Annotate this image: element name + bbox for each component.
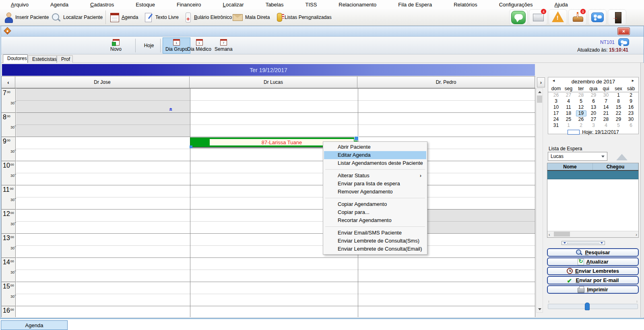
- menu-item-fila-de-espera[interactable]: Fila de Espera: [387, 1, 443, 8]
- context-menu-item-enviar-lista-espera[interactable]: Enviar para lista de espera: [324, 180, 426, 188]
- grid-vertical-scrollbar[interactable]: [536, 88, 543, 313]
- calendar-day-21[interactable]: 21: [601, 110, 611, 116]
- exit-button[interactable]: [608, 9, 626, 25]
- calendar-day-2[interactable]: 2: [626, 92, 636, 98]
- slider-thumb[interactable]: [585, 303, 590, 310]
- double-chevron-up-icon[interactable]: »: [166, 108, 173, 111]
- waitlist-column-nome[interactable]: Nome: [547, 163, 593, 170]
- calendar-day-1[interactable]: 1: [613, 92, 624, 98]
- scrollbar-thumb[interactable]: [554, 232, 570, 237]
- context-menu-item-copiar-agendamento[interactable]: Copiar Agendamento: [324, 200, 426, 208]
- menu-item-tabelas[interactable]: Tabelas: [255, 1, 295, 8]
- menu-item-cadastros[interactable]: Cadastros: [79, 1, 125, 8]
- calendar-next-button[interactable]: ►: [631, 79, 635, 83]
- calendar-day-10[interactable]: 10: [551, 104, 561, 110]
- menu-item-configura-es[interactable]: Configurações: [488, 1, 544, 8]
- calendar-day-3[interactable]: 3: [588, 122, 599, 129]
- menu-item-estoque[interactable]: Estoque: [125, 1, 166, 8]
- agenda-button[interactable]: Agenda: [110, 9, 138, 26]
- calendar-day-11[interactable]: 11: [564, 104, 574, 110]
- contacts-button[interactable]: [588, 9, 607, 25]
- column-header-dr-lucas[interactable]: Dr Lucas: [190, 77, 357, 88]
- menu-item-tiss[interactable]: TISS: [294, 1, 328, 8]
- atualizar-button[interactable]: Atualizar: [547, 257, 639, 266]
- find-patient-button[interactable]: Localizar Paciente: [51, 9, 103, 26]
- calendar-day-26[interactable]: 26: [576, 116, 586, 122]
- column-dr-jose[interactable]: »: [16, 88, 190, 317]
- calendar-day-15[interactable]: 15: [613, 104, 624, 110]
- calendar-day-22[interactable]: 22: [613, 110, 624, 116]
- window-scrollbar-strip[interactable]: [640, 63, 644, 318]
- column-header-dr-pedro[interactable]: Dr. Pedro: [357, 77, 535, 88]
- schedule-grid[interactable]: 7003080030900301000301100301200301300301…: [1, 88, 535, 317]
- calendar-day-19[interactable]: 19: [576, 110, 586, 116]
- close-button[interactable]: ×: [617, 27, 630, 35]
- calendar-day-16[interactable]: 16: [626, 104, 636, 110]
- waitlist-selected-row[interactable]: [547, 171, 638, 179]
- zoom-slider[interactable]: [548, 301, 638, 312]
- calendar-day-28[interactable]: 28: [601, 116, 611, 122]
- tab-doutores[interactable]: Doutores: [3, 54, 28, 63]
- calendar-day-9[interactable]: 9: [626, 98, 636, 104]
- imprimir-button[interactable]: Imprimir: [547, 285, 639, 294]
- calendar-day-6[interactable]: 6: [588, 98, 599, 104]
- alerts-button[interactable]: [549, 9, 567, 25]
- context-menu-item-alterar-status[interactable]: Alterar Status›: [324, 172, 426, 180]
- calendar-day-30[interactable]: 30: [626, 116, 636, 122]
- waitlist-horizontal-scrollbar[interactable]: ‹ ›: [547, 231, 638, 237]
- calendar-today-row[interactable]: Hoje: 19/12/2017: [548, 129, 638, 135]
- waitlist-move-up-icon[interactable]: [616, 154, 627, 160]
- custom-lists-button[interactable]: Listas Personalizadas: [277, 9, 332, 26]
- context-menu-item-abrir-paciente[interactable]: Abrir Paciente: [324, 143, 426, 151]
- calendar-day-17[interactable]: 17: [551, 110, 561, 116]
- scroll-right-icon[interactable]: ›: [636, 232, 637, 237]
- waitlist-table[interactable]: Nome Chegou ‹ ›: [547, 163, 639, 238]
- panel-splitter[interactable]: [561, 241, 605, 245]
- scrollbar-thumb[interactable]: [537, 95, 542, 103]
- calendar-day-3[interactable]: 3: [551, 98, 561, 104]
- tab-esteticistas[interactable]: Esteticistas: [28, 55, 57, 63]
- calendar-day-28[interactable]: 28: [576, 92, 586, 98]
- calendar-day-13[interactable]: 13: [588, 104, 599, 110]
- free-text-button[interactable]: Texto Livre: [144, 9, 179, 26]
- calendar-day-31[interactable]: 31: [551, 122, 561, 129]
- calendar-day-4[interactable]: 4: [601, 122, 611, 129]
- scroll-left-icon[interactable]: ‹: [549, 232, 550, 237]
- appointment-resize-handle[interactable]: [354, 136, 359, 141]
- agenda-taskbar-tab[interactable]: Agenda: [1, 320, 68, 330]
- calendar-day-29[interactable]: 29: [613, 116, 624, 122]
- calendar-day-23[interactable]: 23: [626, 110, 636, 116]
- calendar-day-12[interactable]: 12: [576, 104, 586, 110]
- calendar-day-4[interactable]: 4: [564, 98, 574, 104]
- calendar-day-29[interactable]: 29: [588, 92, 599, 98]
- waitlist-column-chegou[interactable]: Chegou: [593, 163, 638, 170]
- enviar-lembretes-button[interactable]: Enviar Lembretes: [547, 267, 639, 275]
- calendar-day-5[interactable]: 5: [576, 98, 586, 104]
- scroll-down-button[interactable]: [537, 306, 543, 312]
- calendar-day-1[interactable]: 1: [564, 122, 574, 129]
- calendar-day-14[interactable]: 14: [601, 104, 611, 110]
- calendar-day-8[interactable]: 8: [613, 98, 624, 104]
- menu-item-relat-rios[interactable]: Relatórios: [443, 1, 488, 8]
- prev-day-button[interactable]: ‹: [1, 77, 15, 88]
- chat-button[interactable]: [509, 9, 528, 25]
- calendar-day-5[interactable]: 5: [613, 122, 624, 129]
- context-menu-item-enviar-email-sms[interactable]: Enviar Email/SMS Paciente: [324, 229, 426, 237]
- calendar-day-7[interactable]: 7: [601, 98, 611, 104]
- menu-item-agenda[interactable]: Agenda: [39, 1, 79, 8]
- waitlist-professional-select[interactable]: Lucas: [548, 152, 607, 161]
- bulario-button[interactable]: Bulário Eletrônico: [184, 9, 232, 26]
- tab-prof[interactable]: Prof: [57, 55, 73, 63]
- context-menu-item-copiar-para[interactable]: Copiar para...: [324, 208, 426, 216]
- calendar-day-2[interactable]: 2: [576, 122, 586, 129]
- menu-item-localizar[interactable]: Localizar: [212, 1, 255, 8]
- enviar-email-button[interactable]: Enviar por E-mail: [547, 276, 639, 284]
- calendar-day-6[interactable]: 6: [626, 122, 636, 129]
- context-menu-item-editar-agenda[interactable]: Editar Agenda: [324, 151, 426, 159]
- menu-item-financeiro[interactable]: Financeiro: [166, 1, 212, 8]
- context-menu-item-recortar-agendamento[interactable]: Recortar Agendamento: [324, 216, 426, 224]
- calendar-day-20[interactable]: 20: [588, 110, 599, 116]
- calendar-prev-button[interactable]: ◄: [552, 79, 555, 83]
- calendar-day-26[interactable]: 26: [551, 92, 561, 98]
- scroll-up-button[interactable]: [537, 89, 543, 95]
